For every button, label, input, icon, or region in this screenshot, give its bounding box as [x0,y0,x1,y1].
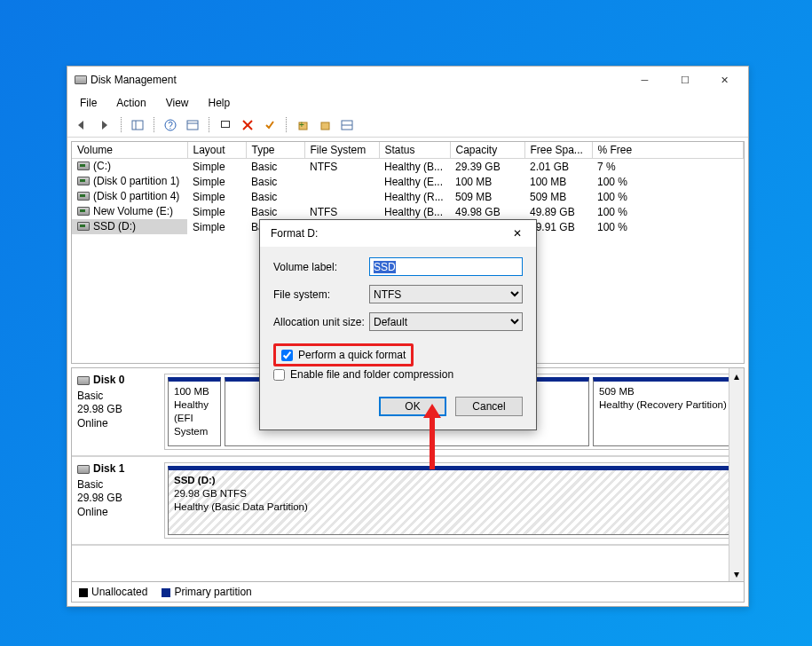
cell-pct: 100 % [592,204,744,219]
col-status[interactable]: Status [379,142,450,159]
compression-label[interactable]: Enable file and folder compression [290,368,453,381]
cell-free: 49.89 GB [524,204,592,219]
refresh-button[interactable] [216,115,235,135]
scroll-down-icon[interactable]: ▾ [729,566,744,581]
back-button[interactable] [73,115,92,135]
col-layout[interactable]: Layout [187,142,246,159]
partition[interactable]: 509 MBHealthy (Recovery Partition) [593,377,735,446]
cell-layout: Simple [187,189,246,204]
cell-type: Basic [246,159,304,175]
allocation-unit-size-label: Allocation unit size: [273,316,369,328]
disk-name: Disk 1 [93,462,124,477]
volume-name: New Volume (E:) [93,205,173,217]
svg-rect-0 [132,121,143,130]
cell-free: 100 MB [524,174,592,189]
properties-button[interactable] [260,115,280,135]
partition[interactable]: 100 MBHealthy (EFI System [168,377,221,446]
partition[interactable]: SSD (D:)29.98 GB NTFSHealthy (Basic Data… [168,466,735,535]
partition-status: Healthy (EFI System [174,399,209,437]
cell-pct: 100 % [592,174,744,189]
drive-icon [77,207,90,216]
file-system-select[interactable]: NTFS [369,285,523,303]
col-capacity[interactable]: Capacity [450,142,524,159]
table-row[interactable]: (Disk 0 partition 4)SimpleBasicHealthy (… [72,189,744,204]
extend-volume-button[interactable] [315,115,335,135]
cancel-button[interactable]: Cancel [455,397,523,416]
svg-text:?: ? [168,121,173,130]
col-volume[interactable]: Volume [72,142,187,159]
compression-checkbox[interactable] [273,369,285,381]
drive-icon [77,192,90,201]
forward-button[interactable] [95,115,114,135]
menu-help[interactable]: Help [201,95,238,111]
cell-capacity: 29.39 GB [450,159,524,175]
disk-state: Online [77,417,157,431]
drive-icon [77,162,90,170]
legend-unallocated: Unallocated [79,586,147,598]
partition-status: Healthy (Basic Data Partition) [174,501,308,512]
partition-size: 100 MB [174,386,209,397]
table-row[interactable]: (Disk 0 partition 1)SimpleBasicHealthy (… [72,174,744,189]
minimize-button[interactable]: ─ [625,68,665,91]
dialog-close-button[interactable]: ✕ [506,225,529,242]
drive-icon [77,222,90,231]
cell-capacity: 49.98 GB [450,204,524,219]
cell-layout: Simple [187,159,246,175]
new-simple-volume-button[interactable]: + [293,115,312,135]
cell-fs: NTFS [304,159,379,175]
volume-name: (C:) [93,160,111,172]
quick-format-label[interactable]: Perform a quick format [298,349,406,361]
disk-row: Disk 1Basic29.98 GBOnlineSSD (D:)29.98 G… [72,457,744,546]
titlebar: Disk Management ─ ☐ ✕ [67,67,748,93]
legend-primary: Primary partition [162,586,251,598]
allocation-unit-size-select[interactable]: Default [369,312,523,331]
col-fs[interactable]: File System [304,142,379,159]
cell-layout: Simple [187,174,246,189]
disk-map-scrollbar[interactable]: ▴ ▾ [729,368,744,581]
quick-format-checkbox[interactable] [281,350,293,361]
disk-info: Disk 0Basic29.98 GBOnline [77,374,157,450]
svg-text:+: + [299,120,304,130]
col-pct[interactable]: % Free [592,142,744,159]
cell-status: Healthy (B... [379,204,450,219]
disk-partitions: SSD (D:)29.98 GB NTFSHealthy (Basic Data… [164,462,738,539]
svg-rect-7 [222,122,229,127]
col-free[interactable]: Free Spa... [524,142,592,159]
volume-name: (Disk 0 partition 4) [93,190,179,202]
scroll-up-icon[interactable]: ▴ [729,368,744,383]
disk-name: Disk 0 [93,374,124,388]
cell-layout: Simple [187,219,246,234]
disk-icon [77,465,90,474]
legend-bar: Unallocated Primary partition [71,582,745,603]
cell-status: Healthy (R... [379,189,450,204]
menu-file[interactable]: File [73,95,104,111]
app-icon [75,75,87,84]
cell-type: Basic [246,204,304,219]
cell-fs [304,189,379,204]
cell-status: Healthy (B... [379,159,450,175]
cell-pct: 100 % [592,219,744,234]
dialog-titlebar: Format D: ✕ [260,220,536,247]
disk-info: Disk 1Basic29.98 GBOnline [77,462,157,539]
table-row[interactable]: (C:)SimpleBasicNTFSHealthy (B...29.39 GB… [72,159,744,175]
svg-rect-12 [321,122,329,130]
menu-view[interactable]: View [159,95,196,111]
volume-list-style-button[interactable] [337,115,357,135]
col-type[interactable]: Type [246,142,304,159]
volume-label-label: Volume label: [273,261,369,273]
table-row[interactable]: New Volume (E:)SimpleBasicNTFSHealthy (B… [72,204,744,219]
cell-fs [304,174,379,189]
window-title: Disk Management [87,74,625,86]
file-system-label: File system: [273,288,369,301]
volume-label-field[interactable] [369,257,523,276]
action-list-button[interactable] [183,115,202,135]
show-hide-tree-button[interactable] [128,115,147,135]
menu-action[interactable]: Action [109,95,153,111]
dialog-title: Format D: [271,227,506,240]
delete-button[interactable] [238,115,257,135]
cell-type: Basic [246,189,304,204]
close-button[interactable]: ✕ [705,68,745,91]
annotation-arrow-icon [430,416,435,469]
maximize-button[interactable]: ☐ [665,68,705,91]
help-button[interactable]: ? [161,115,180,135]
